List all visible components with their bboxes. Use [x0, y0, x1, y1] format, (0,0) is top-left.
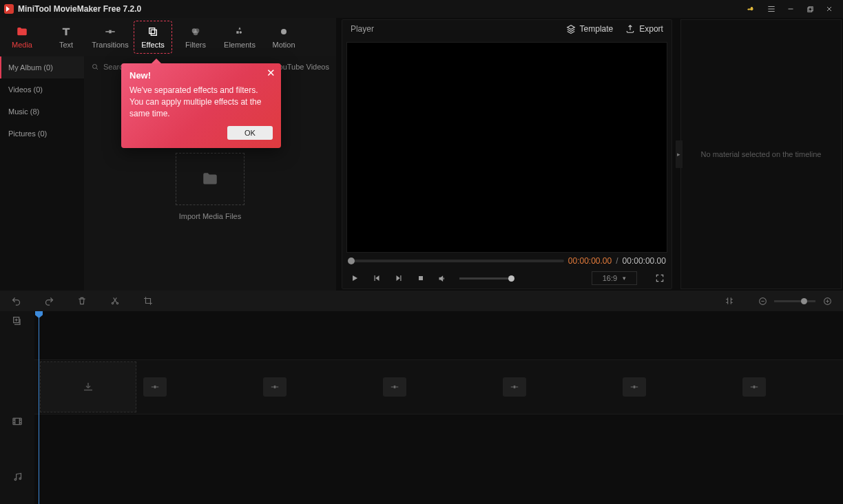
app-title: MiniTool MovieMaker Free 7.2.0 — [18, 4, 141, 14]
tab-label: Effects — [141, 41, 164, 49]
transition-slot[interactable] — [383, 377, 406, 397]
svg-rect-0 — [809, 6, 813, 10]
maximize-icon[interactable] — [800, 0, 820, 18]
sidebar-item-my-album[interactable]: My Album (0) — [0, 56, 84, 78]
zoom-slider[interactable] — [774, 300, 815, 302]
player-panel: Player Template Export 00:00:00.00 / 00:… — [342, 19, 672, 289]
player-title: Player — [351, 24, 374, 34]
undo-button[interactable] — [10, 296, 22, 306]
tab-filters[interactable]: Filters — [174, 18, 218, 56]
filters-icon — [190, 25, 201, 38]
tab-label: Elements — [224, 41, 256, 49]
popup-body: We've separated effects and filters. You… — [129, 85, 273, 119]
hamburger-menu-icon[interactable] — [762, 0, 781, 18]
svg-point-8 — [93, 65, 97, 69]
player-seek-slider[interactable] — [348, 260, 564, 262]
svg-rect-3 — [151, 30, 156, 35]
svg-point-6 — [194, 31, 198, 36]
sidebar-item-label: Music (8) — [8, 107, 39, 116]
youtube-videos-link[interactable]: YouTube Videos — [274, 63, 329, 71]
import-media-label: Import Media Files — [84, 212, 336, 220]
crop-button[interactable] — [142, 296, 154, 306]
properties-empty-text: No material selected on the timeline — [701, 150, 822, 158]
transition-slot[interactable] — [742, 377, 766, 397]
redo-button[interactable] — [43, 296, 55, 306]
volume-slider[interactable] — [459, 277, 514, 280]
tab-text[interactable]: Text — [44, 18, 88, 56]
video-track-icon — [0, 394, 34, 449]
template-label: Template — [580, 24, 614, 34]
folder-icon — [16, 25, 28, 38]
tab-transitions[interactable]: Transitions — [88, 18, 132, 56]
template-icon — [566, 24, 576, 34]
sidebar-item-pictures[interactable]: Pictures (0) — [0, 123, 84, 145]
play-button[interactable] — [349, 273, 360, 283]
import-media-dropzone[interactable] — [176, 153, 244, 205]
popup-close-button[interactable]: ✕ — [267, 67, 275, 78]
effects-new-popup: ✕ New! We've separated effects and filte… — [121, 63, 281, 148]
prev-frame-button[interactable] — [371, 273, 382, 283]
timeline-ruler[interactable] — [34, 311, 843, 325]
tab-effects[interactable]: Effects — [134, 21, 172, 54]
export-icon — [625, 24, 635, 34]
tab-label: Motion — [272, 41, 295, 49]
svg-rect-1 — [807, 8, 811, 12]
premium-key-icon[interactable] — [740, 0, 759, 18]
close-icon[interactable] — [820, 0, 839, 18]
template-button[interactable]: Template — [566, 24, 614, 34]
sidebar-item-videos[interactable]: Videos (0) — [0, 78, 84, 101]
timeline — [0, 311, 843, 504]
zoom-in-button[interactable] — [821, 297, 833, 306]
tab-label: Transitions — [92, 41, 128, 49]
clip-placeholder[interactable] — [40, 361, 136, 412]
tab-motion[interactable]: Motion — [262, 18, 306, 56]
transition-slot[interactable] — [503, 377, 526, 397]
text-icon — [60, 25, 72, 38]
sidebar-item-label: My Album (0) — [8, 63, 53, 72]
library-panel: Media Text Transitions Effects Filters — [0, 18, 336, 291]
svg-rect-15 — [13, 418, 21, 424]
transition-slot[interactable] — [263, 377, 287, 397]
fullscreen-button[interactable] — [655, 273, 665, 283]
svg-point-11 — [116, 302, 118, 304]
timeline-toolbar — [0, 291, 843, 311]
next-frame-button[interactable] — [393, 273, 404, 283]
tab-label: Filters — [185, 41, 206, 49]
delete-button[interactable] — [76, 296, 88, 306]
export-button[interactable]: Export — [625, 24, 663, 34]
svg-point-17 — [19, 477, 21, 479]
stop-button[interactable] — [415, 274, 426, 282]
timeline-playhead[interactable] — [39, 311, 39, 504]
svg-point-7 — [281, 29, 287, 34]
tab-media[interactable]: Media — [0, 18, 44, 56]
svg-point-10 — [112, 302, 113, 304]
split-button[interactable] — [109, 296, 121, 306]
add-track-button[interactable] — [0, 311, 34, 359]
app-logo-icon — [4, 4, 14, 14]
sidebar-item-label: Pictures (0) — [8, 129, 47, 138]
search-icon[interactable] — [91, 63, 99, 71]
popup-title: New! — [129, 70, 273, 81]
sidebar-item-label: Videos (0) — [8, 85, 43, 94]
player-total-time: 00:00:00.00 — [623, 256, 666, 266]
video-track[interactable] — [34, 359, 843, 414]
svg-rect-2 — [149, 28, 155, 34]
aspect-ratio-value: 16:9 — [603, 274, 617, 282]
volume-icon[interactable] — [437, 273, 448, 284]
aspect-ratio-select[interactable]: 16:9 ▾ — [592, 271, 637, 285]
minimize-icon[interactable] — [781, 0, 800, 18]
zoom-out-button[interactable] — [756, 297, 769, 306]
transition-slot[interactable] — [143, 377, 167, 397]
zoom-fit-button[interactable] — [723, 296, 736, 306]
elements-icon — [234, 25, 245, 38]
popup-ok-button[interactable]: OK — [227, 126, 273, 140]
panel-collapse-toggle[interactable]: ▸ — [676, 140, 683, 168]
player-viewport[interactable] — [346, 42, 667, 253]
export-label: Export — [639, 24, 663, 34]
transition-slot[interactable] — [623, 377, 646, 397]
audio-track[interactable] — [34, 414, 843, 470]
time-separator: / — [616, 256, 618, 266]
tab-elements[interactable]: Elements — [218, 18, 262, 56]
chevron-down-icon: ▾ — [623, 275, 626, 282]
sidebar-item-music[interactable]: Music (8) — [0, 101, 84, 123]
